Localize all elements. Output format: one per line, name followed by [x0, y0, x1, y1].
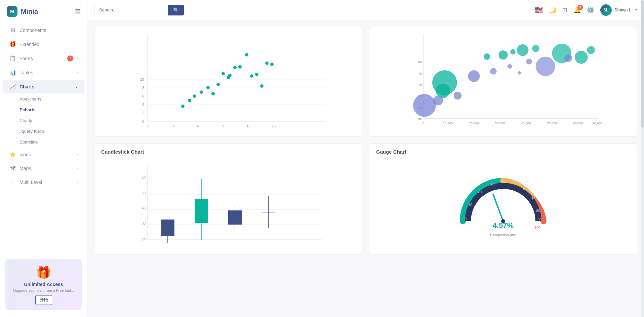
svg-text:60: 60: [523, 187, 527, 191]
language-selector[interactable]: 🇺🇸: [534, 6, 543, 14]
app-logo[interactable]: M Minia ☰: [0, 0, 87, 23]
sidebar-item-label: Charts: [19, 84, 72, 89]
content-area: 0 2 4 6 8 10 0 3: [87, 20, 644, 317]
svg-text:8: 8: [142, 86, 144, 90]
svg-text:60,000: 60,000: [573, 121, 583, 125]
svg-text:70: 70: [531, 197, 535, 201]
svg-point-36: [265, 62, 269, 65]
components-icon: ⊞: [9, 27, 16, 33]
sidebar-subitem-sparkline[interactable]: Sparkline: [3, 137, 84, 147]
chevron-right-icon: ›: [77, 181, 78, 184]
search-input[interactable]: [94, 5, 168, 15]
chevron-right-icon: ›: [77, 71, 78, 74]
svg-text:2: 2: [142, 111, 144, 115]
sidebar-subitem-chartjs[interactable]: Chartjs: [3, 115, 84, 126]
search-button[interactable]: 🔍: [168, 5, 184, 15]
upgrade-box: 🎁 Unlimited Access Upgrade your plan fro…: [5, 259, 82, 310]
gift-icon: 🎁: [11, 266, 76, 280]
bubble-chart-body: 55 60 65 70 75 80 0 10,000 20,000 30,000…: [369, 27, 637, 136]
sidebar-item-icons[interactable]: ⭐ Icons ›: [3, 148, 84, 161]
svg-text:40,000: 40,000: [521, 121, 531, 125]
notifications-icon[interactable]: 🔔 5: [573, 6, 581, 14]
svg-point-71: [536, 56, 555, 76]
svg-point-32: [245, 53, 248, 56]
sidebar-item-maps[interactable]: 🗺 Maps ›: [3, 162, 84, 175]
tables-icon: 📊: [9, 69, 16, 76]
svg-point-66: [454, 92, 461, 100]
sidebar-item-label: Tables: [19, 70, 73, 75]
svg-point-57: [498, 50, 508, 60]
svg-text:15: 15: [272, 124, 276, 128]
svg-point-62: [575, 51, 588, 64]
svg-text:9: 9: [222, 124, 224, 128]
sidebar-item-components[interactable]: ⊞ Components ›: [3, 23, 84, 37]
svg-text:100: 100: [534, 226, 540, 230]
topbar: 🔍 🇺🇸 🌙 ⊞ 🔔 5 ⚙️ SL Shawn L. ▾: [87, 0, 644, 20]
svg-text:10: 10: [468, 203, 472, 207]
svg-point-23: [200, 90, 203, 94]
search-form: 🔍: [94, 5, 184, 15]
svg-point-26: [216, 83, 220, 86]
svg-point-59: [517, 44, 529, 56]
svg-point-35: [260, 84, 264, 88]
gauge-chart-title: Gauge Chart: [369, 144, 637, 159]
svg-text:80: 80: [418, 60, 422, 64]
svg-line-93: [493, 194, 503, 221]
forms-badge: 7: [67, 55, 73, 62]
sidebar-menu: ⊞ Components › 🎁 Extended › 📋 Forms 7 › …: [0, 23, 87, 253]
svg-text:0: 0: [422, 121, 424, 125]
sidebar-subitem-echarts[interactable]: Echarts: [3, 105, 84, 115]
svg-text:6: 6: [197, 124, 199, 128]
upgrade-title: Unlimited Access: [11, 282, 76, 287]
sidebar-item-charts[interactable]: 📈 Charts ⌄: [3, 80, 84, 93]
gauge-chart-body: 0 10 20 30 40 50 60 70 80 90 100 4.57% C…: [369, 159, 637, 253]
main-area: 🔍 🇺🇸 🌙 ⊞ 🔔 5 ⚙️ SL Shawn L. ▾: [87, 0, 644, 317]
svg-text:20: 20: [478, 190, 482, 194]
chevron-right-icon: ›: [77, 42, 78, 46]
svg-text:30: 30: [490, 183, 494, 187]
icons-icon: ⭐: [9, 151, 16, 158]
scrollbar[interactable]: [641, 0, 644, 317]
apps-grid-icon[interactable]: ⊞: [562, 6, 567, 14]
sidebar-item-label: Icons: [19, 152, 73, 157]
sidebar-item-label: Forms: [19, 56, 64, 61]
app-name: Minia: [21, 8, 38, 15]
svg-text:70,000: 70,000: [593, 121, 603, 125]
settings-icon[interactable]: ⚙️: [587, 6, 594, 14]
svg-text:20,000: 20,000: [469, 121, 479, 125]
svg-text:90: 90: [537, 218, 541, 222]
svg-point-70: [526, 58, 532, 64]
scrollbar-thumb[interactable]: [641, 1, 644, 127]
svg-point-73: [518, 71, 521, 75]
svg-text:4.57%: 4.57%: [493, 221, 514, 230]
sidebar-item-forms[interactable]: 📋 Forms 7 ›: [3, 51, 84, 65]
svg-point-65: [433, 96, 443, 106]
sidebar-toggle-icon[interactable]: ☰: [75, 8, 80, 15]
upgrade-button[interactable]: 开始: [35, 295, 52, 305]
dark-mode-toggle[interactable]: 🌙: [549, 6, 556, 14]
sidebar-item-extended[interactable]: 🎁 Extended ›: [3, 37, 84, 51]
svg-point-60: [532, 45, 539, 52]
svg-point-29: [228, 74, 232, 77]
svg-text:30: 30: [142, 222, 146, 225]
svg-point-30: [233, 66, 237, 69]
svg-point-21: [188, 99, 191, 102]
svg-point-25: [211, 92, 215, 95]
sidebar-subitem-jquery-knob[interactable]: Jquery Knob: [3, 126, 84, 136]
svg-text:6: 6: [142, 94, 144, 98]
svg-point-69: [508, 64, 512, 69]
sidebar-item-tables[interactable]: 📊 Tables ›: [3, 66, 84, 79]
svg-text:50,000: 50,000: [547, 121, 557, 125]
charts-row-1: 0 2 4 6 8 10 0 3: [94, 27, 637, 136]
svg-rect-86: [161, 220, 174, 236]
svg-text:80: 80: [536, 209, 540, 213]
svg-point-56: [484, 53, 490, 60]
sidebar-subitem-apexcharts[interactable]: Apexcharts: [3, 94, 84, 104]
user-menu[interactable]: SL Shawn L. ▾: [600, 4, 637, 16]
multilevel-icon: ≡: [9, 179, 16, 185]
chevron-down-icon: ⌄: [75, 85, 78, 88]
svg-point-33: [250, 74, 253, 78]
sidebar-item-multilevel[interactable]: ≡ Multi Level ›: [3, 175, 84, 189]
svg-text:0: 0: [465, 217, 467, 221]
chevron-right-icon: ›: [77, 153, 78, 156]
